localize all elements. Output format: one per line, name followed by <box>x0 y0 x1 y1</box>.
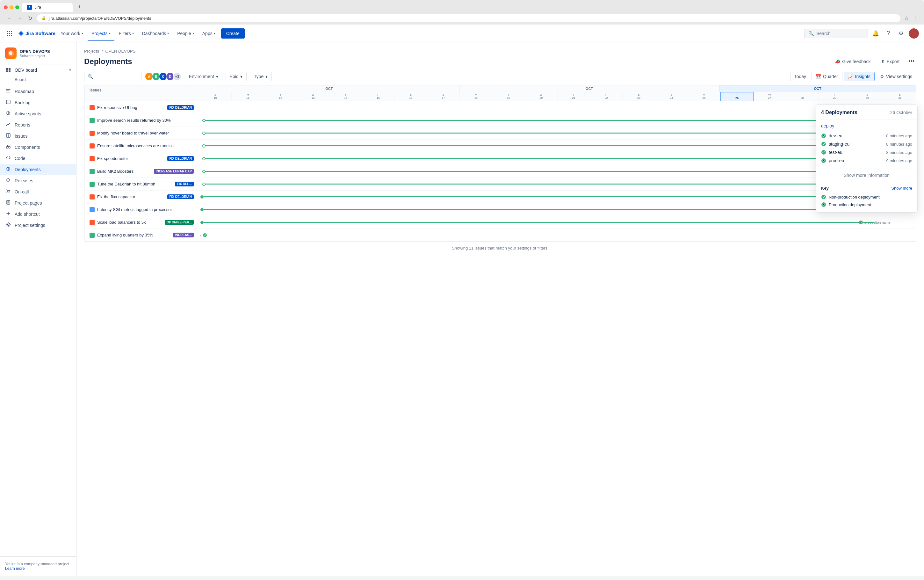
show-more-button[interactable]: Show more information <box>816 168 917 182</box>
sidebar-board-sub[interactable]: Board <box>0 76 76 83</box>
table-row[interactable]: Fix the flux capacitor FIX DELORIAN <box>84 191 199 203</box>
gantt-bar-row[interactable]: staging name <box>199 140 916 152</box>
check-circle-icon <box>821 158 826 163</box>
sidebar-item-code[interactable]: Code <box>0 153 76 164</box>
epic-filter[interactable]: Epic ▾ <box>225 72 247 81</box>
sidebar-item-deployments[interactable]: Deployments <box>0 164 76 175</box>
quarter-button[interactable]: 📅 Quarter <box>812 72 842 81</box>
legend-show-more[interactable]: Show more <box>891 186 912 191</box>
nav-people[interactable]: People ▾ <box>173 28 198 39</box>
gantt-bar-row[interactable]: staging name <box>199 152 916 165</box>
grid-menu-icon[interactable] <box>5 29 14 38</box>
gantt-bar-row[interactable]: ‹ <box>199 229 916 242</box>
day-23: S23 <box>623 92 655 101</box>
learn-more-link[interactable]: Learn more <box>5 566 25 571</box>
sidebar-board[interactable]: ODV board ▾ <box>0 64 76 76</box>
story-icon <box>90 169 95 174</box>
table-row[interactable]: Latency SGI metrics tagged in processor <box>84 203 199 216</box>
avatars-group[interactable]: A B C D +3 <box>145 72 182 81</box>
table-row[interactable]: Improve search results returned by 30% <box>84 114 199 127</box>
avatar-count[interactable]: +3 <box>173 72 182 81</box>
main-content: Projects / OPEN DEVOPS Deployments 📣 Giv… <box>76 42 924 576</box>
sidebar-item-backlog[interactable]: Backlog <box>0 97 76 108</box>
day-28: T28 <box>786 92 819 101</box>
create-button[interactable]: Create <box>221 28 245 39</box>
export-button[interactable]: ⬆ Export <box>878 57 903 66</box>
search-input[interactable] <box>95 74 138 79</box>
sidebar-item-on-call[interactable]: On-call <box>0 186 76 197</box>
gantt-bar-row[interactable]: 2 production name + 1 other <box>199 114 916 127</box>
sidebar-item-releases[interactable]: Releases <box>0 175 76 186</box>
environment-filter[interactable]: Environment ▾ <box>185 72 222 81</box>
insights-button[interactable]: 📈 Insights <box>844 72 875 81</box>
gantt-bar-row[interactable]: staging name <box>199 191 916 203</box>
popup-section-title[interactable]: deploy <box>821 124 912 129</box>
reload-button[interactable]: ↻ <box>25 14 35 23</box>
help-button[interactable]: ? <box>883 28 893 39</box>
table-row[interactable]: Fix speedometer FIX DELORIAN <box>84 152 199 165</box>
forward-button[interactable]: → <box>15 14 24 23</box>
sidebar-item-components[interactable]: Components <box>0 142 76 153</box>
minimize-button[interactable] <box>10 5 13 9</box>
sidebar-item-project-pages[interactable]: Project pages <box>0 197 76 208</box>
more-options-button[interactable]: ••• <box>906 56 916 67</box>
gantt-bar-row[interactable]: staging name <box>199 203 916 216</box>
nav-your-work[interactable]: Your work ▾ <box>57 28 87 39</box>
page-title: Deployments <box>84 57 132 66</box>
nav-filters[interactable]: Filters ▾ <box>115 28 138 39</box>
svg-rect-9 <box>8 145 9 147</box>
back-button[interactable]: ← <box>5 14 14 23</box>
bookmark-button[interactable]: ☆ <box>903 14 910 23</box>
app-logo <box>5 29 14 38</box>
table-row[interactable]: Modify hover board to travel over water <box>84 127 199 140</box>
type-filter[interactable]: Type ▾ <box>250 72 272 81</box>
maximize-button[interactable] <box>15 5 19 9</box>
notifications-button[interactable]: 🔔 <box>870 28 881 39</box>
nav-dashboards[interactable]: Dashboards ▾ <box>138 28 173 39</box>
breadcrumb-projects[interactable]: Projects <box>84 49 99 54</box>
search-box[interactable]: 🔍 Search <box>804 29 868 38</box>
deploy-name: dev-eu <box>829 133 842 138</box>
nav-projects[interactable]: Projects ▾ <box>88 28 114 39</box>
gantt-bar-fill <box>202 133 916 133</box>
bar-start-dot-filled <box>201 195 204 199</box>
breadcrumb-project[interactable]: OPEN DEVOPS <box>105 49 136 54</box>
today-button[interactable]: Today <box>790 72 810 81</box>
sidebar-item-roadmap[interactable]: Roadmap <box>0 86 76 97</box>
day-20: W20 <box>525 92 557 101</box>
gantt-bar-fill <box>202 120 916 121</box>
settings-button[interactable]: ⚙ <box>896 28 906 39</box>
gantt-bar-row[interactable]: production name <box>199 216 916 229</box>
view-settings-button[interactable]: ⚙ View settings <box>876 72 916 81</box>
gantt-bar-row[interactable]: staging name <box>199 178 916 191</box>
browser-menu-button[interactable]: ⋮ <box>911 14 919 23</box>
search-input-container[interactable]: 🔍 <box>84 72 141 81</box>
bar-start-dot <box>202 119 206 122</box>
sidebar-item-reports[interactable]: Reports <box>0 119 76 130</box>
table-row[interactable]: Scale load balancers to 5x OPTIMIZE PER.… <box>84 216 199 229</box>
expand-icon[interactable]: ‹ <box>200 232 201 238</box>
gantt-bar-row[interactable]: 4 prod-eu + 3 others <box>199 101 916 114</box>
give-feedback-button[interactable]: 📣 Give feedback <box>832 57 874 66</box>
user-avatar[interactable] <box>909 28 919 39</box>
table-row[interactable]: Fix responsive UI bug FIX DELORIAN <box>84 101 199 114</box>
sidebar-item-add-shortcut[interactable]: Add shortcut <box>0 208 76 219</box>
sidebar-item-active-sprints[interactable]: Active sprints <box>0 108 76 119</box>
roadmap-icon <box>5 88 12 94</box>
popup-header: 4 Deployments 26 October <box>816 104 917 120</box>
address-text[interactable]: jira.atlassian.com/projects/OPENDEVOPS/d… <box>49 16 151 21</box>
table-row[interactable]: Tune the DeLorian to hit 88mph FIX DEL..… <box>84 178 199 191</box>
sidebar-item-project-settings[interactable]: Project settings <box>0 219 76 231</box>
gantt-issues-list: Fix responsive UI bug FIX DELORIAN Impro… <box>84 101 199 242</box>
new-tab-button[interactable]: + <box>75 3 84 12</box>
table-row[interactable]: Ensure satellite microservices are runni… <box>84 140 199 152</box>
table-row[interactable]: Expand living quarters by 35% INCREAS... <box>84 229 199 242</box>
gantt-bar-row[interactable]: staging name <box>199 165 916 178</box>
close-button[interactable] <box>4 5 8 9</box>
browser-tab[interactable]: J Jira <box>22 3 72 12</box>
nav-apps[interactable]: Apps ▾ <box>199 28 219 39</box>
code-icon <box>5 155 12 161</box>
sidebar-item-issues[interactable]: Issues <box>0 130 76 142</box>
table-row[interactable]: Build MK2 Boosters INCREASE LUNAR CAP <box>84 165 199 178</box>
gantt-bar-row[interactable]: 3 production name + 1 other <box>199 127 916 140</box>
